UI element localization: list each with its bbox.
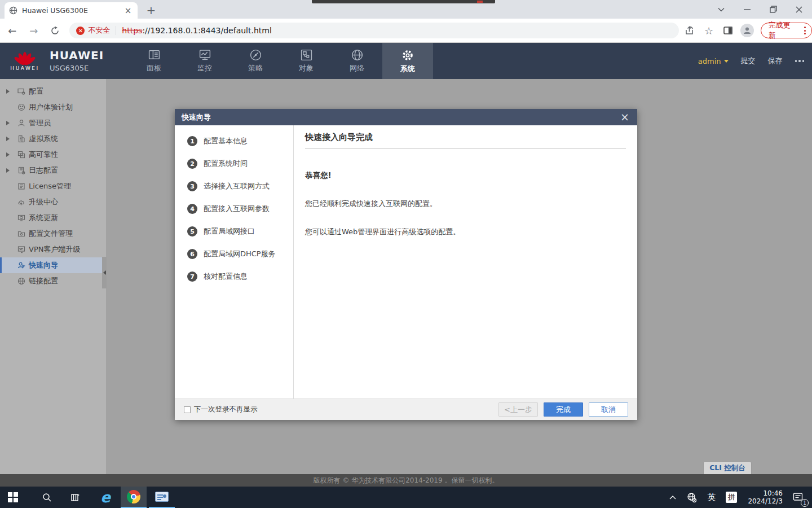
expand-arrow-icon[interactable]	[2, 152, 14, 157]
sidebar-item-license[interactable]: License管理	[0, 178, 106, 194]
upgrade-cloud-icon	[14, 198, 29, 206]
license-icon	[14, 182, 29, 190]
monitor-icon	[198, 49, 211, 62]
gear-icon	[401, 49, 414, 62]
wizard-step-7: 7 核对配置信息	[175, 265, 293, 288]
ime-pinyin-button[interactable]: 拼	[721, 487, 742, 508]
dialog-title-bar[interactable]: 快速向导 ×	[175, 109, 637, 125]
chevron-up-icon	[669, 496, 676, 500]
sidebar-item-admin[interactable]: 管理员	[0, 115, 106, 131]
vpn-icon	[14, 246, 29, 253]
profile-avatar[interactable]	[739, 22, 756, 39]
notification-center-button[interactable]: 1	[788, 487, 812, 508]
chrome-update-label: 完成更新	[768, 20, 797, 41]
sidebar-item-high-availability[interactable]: 高可靠性	[0, 147, 106, 163]
ime-language-button[interactable]: 英	[702, 487, 721, 508]
tray-expand-chevron[interactable]	[664, 487, 681, 508]
brand-block: HUAWEI USG6305E	[50, 49, 104, 72]
task-view-button[interactable]	[62, 487, 88, 508]
background-window-red-mark	[477, 1, 483, 3]
taskbar-chrome-button[interactable]	[121, 487, 147, 508]
step-number-badge: 2	[187, 159, 197, 169]
expand-arrow-icon[interactable]	[2, 137, 14, 141]
sidebar-item-virtual-system[interactable]: 虚拟系统	[0, 131, 106, 147]
tab-search-chevron-icon[interactable]	[708, 0, 734, 19]
more-menu-icon[interactable]	[795, 60, 805, 62]
network-status-button[interactable]	[681, 487, 702, 508]
new-tab-button[interactable]: +	[143, 2, 159, 18]
nav-monitor[interactable]: 监控	[179, 43, 230, 79]
window-close-button[interactable]	[786, 0, 812, 19]
dialog-close-icon[interactable]: ×	[619, 112, 630, 122]
tab-title: Huawei USG6300E	[22, 6, 123, 15]
sidebar-item-config[interactable]: 配置	[0, 84, 106, 99]
nav-object[interactable]: 对象	[281, 43, 332, 79]
nav-dashboard[interactable]: 面板	[129, 43, 179, 79]
link-globe-icon	[14, 277, 29, 285]
quick-wizard-dialog: 快速向导 × 1 配置基本信息 2 配置系统时间 3 选择接入互联网方式 4 配…	[175, 109, 637, 420]
back-button[interactable]: ←	[3, 21, 21, 40]
nav-label: 监控	[197, 63, 212, 73]
taskbar-ie-button[interactable]: e	[92, 487, 118, 508]
user-menu[interactable]: admin	[698, 57, 729, 65]
chrome-icon	[127, 490, 140, 503]
windows-logo-icon	[8, 492, 18, 502]
previous-step-button[interactable]: <上一步	[498, 402, 538, 417]
notification-count-badge: 1	[801, 499, 809, 507]
sidebar-item-upgrade-center[interactable]: 升级中心	[0, 194, 106, 210]
device-model: USG6305E	[50, 64, 104, 72]
cli-console-button[interactable]: CLI 控制台	[703, 461, 752, 474]
dont-show-checkbox[interactable]	[184, 406, 191, 413]
step-number-badge: 4	[187, 204, 197, 214]
nav-system[interactable]: 系统	[382, 43, 433, 79]
sidebar-item-vpn-client[interactable]: VPN客户端升级	[0, 242, 106, 257]
chevron-down-icon	[724, 60, 729, 63]
system-update-icon	[14, 214, 29, 222]
ime-pinyin-label: 拼	[726, 492, 737, 503]
config-icon	[14, 87, 29, 95]
nav-label: 系统	[400, 64, 415, 74]
expand-arrow-icon[interactable]	[2, 121, 14, 125]
finish-button[interactable]: 完成	[544, 402, 583, 417]
window-restore-button[interactable]	[760, 0, 786, 19]
forward-button[interactable]: →	[25, 21, 43, 40]
sidebar-item-config-file[interactable]: 配置文件管理	[0, 226, 106, 242]
bookmark-star-button[interactable]: ☆	[700, 22, 717, 39]
start-button[interactable]	[0, 487, 26, 508]
high-availability-icon	[14, 151, 29, 159]
expand-arrow-icon[interactable]	[2, 168, 14, 173]
expand-arrow-icon[interactable]	[2, 89, 14, 94]
nav-policy[interactable]: 策略	[230, 43, 281, 79]
nav-label: 面板	[147, 63, 161, 73]
globe-no-internet-icon	[686, 492, 697, 503]
nav-network[interactable]: 网络	[332, 43, 382, 79]
sidebar-item-log-config[interactable]: 日志配置	[0, 163, 106, 178]
sidebar-item-system-update[interactable]: 系统更新	[0, 210, 106, 226]
taskbar-clock[interactable]: 10:46 2024/12/3	[742, 489, 788, 505]
taskbar-search-button[interactable]	[34, 487, 60, 508]
dialog-title: 快速向导	[182, 112, 619, 122]
window-minimize-button[interactable]	[734, 0, 760, 19]
side-panel-button[interactable]	[720, 22, 736, 39]
share-button[interactable]	[681, 22, 698, 39]
network-globe-icon	[351, 49, 364, 62]
reload-button[interactable]	[46, 21, 64, 40]
submit-button[interactable]: 提交	[741, 56, 756, 66]
browser-toolbar: ← → ✕ 不安全 https ://192.168.0.1:8443/defa…	[0, 19, 812, 43]
clock-time: 10:46	[748, 489, 783, 497]
tab-close-icon[interactable]: ×	[123, 6, 133, 16]
browser-tab[interactable]: Huawei USG6300E ×	[5, 2, 138, 19]
chrome-update-button[interactable]: 完成更新	[761, 23, 812, 38]
sidebar-collapse-handle[interactable]	[102, 257, 107, 288]
sidebar-item-user-experience[interactable]: 用户体验计划	[0, 99, 106, 115]
address-bar[interactable]: ✕ 不安全 https ://192.168.0.1:8443/default.…	[69, 23, 679, 38]
sidebar-item-link-config[interactable]: 链接配置	[0, 273, 106, 289]
save-button[interactable]: 保存	[768, 56, 783, 66]
cancel-button[interactable]: 取消	[589, 402, 628, 417]
browser-menu-icon[interactable]	[802, 27, 808, 34]
compass-icon	[249, 49, 262, 62]
task-view-icon	[70, 493, 80, 502]
taskbar-client-app-button[interactable]	[149, 487, 175, 508]
windows-taskbar: e 英 拼 10:46 2024/12/3 1	[0, 487, 812, 508]
sidebar-item-quick-wizard[interactable]: 快速向导	[0, 257, 106, 273]
